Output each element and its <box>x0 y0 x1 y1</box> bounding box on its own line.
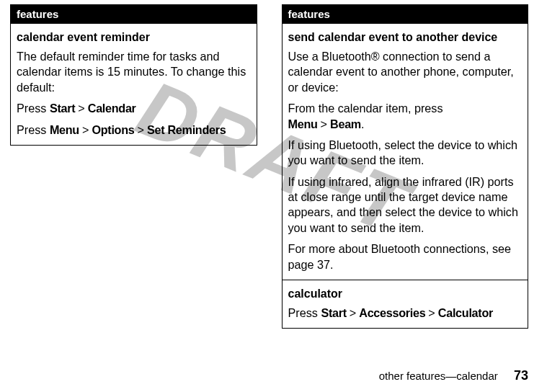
page-footer: other features—calendar 73 <box>379 368 528 383</box>
feature-para: If using infrared, align the infrared (I… <box>288 174 522 236</box>
left-table-header: features <box>11 5 257 24</box>
right-table-header: features <box>282 5 528 24</box>
text-press: Press <box>17 123 50 136</box>
separator-gt: > <box>321 117 327 130</box>
feature-instruction: Press Start>Calendar <box>17 101 251 116</box>
page-number: 73 <box>514 368 528 383</box>
feature-para: If using Bluetooth, select the device to… <box>288 138 522 169</box>
key-start: Start <box>50 102 75 115</box>
right-row-calculator: calculator Press Start>Accessories>Calcu… <box>282 280 528 328</box>
right-row-send-event: send calendar event to another device Us… <box>282 24 528 280</box>
feature-title: send calendar event to another device <box>288 30 522 45</box>
text-prefix: From the calendar item, press <box>288 102 443 115</box>
crumb-accessories: Accessories <box>359 306 425 319</box>
text-press: Press <box>288 306 321 319</box>
crumb-calendar: Calendar <box>88 102 136 115</box>
separator-gt: > <box>428 306 435 319</box>
right-features-table: features send calendar event to another … <box>282 4 529 329</box>
left-row-reminder: calendar event reminder The default remi… <box>11 24 257 146</box>
feature-para: The default reminder time for tasks and … <box>17 49 251 95</box>
text-press: Press <box>17 102 50 115</box>
key-start: Start <box>321 306 346 319</box>
feature-title: calendar event reminder <box>17 30 251 45</box>
feature-para: Use a Bluetooth® connection to send a ca… <box>288 49 522 95</box>
feature-instruction: Press Start>Accessories>Calculator <box>288 306 522 321</box>
separator-gt: > <box>137 123 143 136</box>
footer-section: other features—calendar <box>379 370 498 382</box>
left-features-table: features calendar event reminder The def… <box>10 4 257 146</box>
separator-gt: > <box>350 306 356 319</box>
left-column: features calendar event reminder The def… <box>10 4 257 329</box>
key-menu: Menu <box>50 123 79 136</box>
crumb-set-reminders: Set Reminders <box>147 123 226 136</box>
crumb-beam: Beam <box>330 117 361 130</box>
separator-gt: > <box>78 102 84 115</box>
key-menu: Menu <box>288 117 318 130</box>
feature-title: calculator <box>288 286 522 301</box>
crumb-calculator: Calculator <box>438 306 493 319</box>
feature-instruction: Press Menu>Options>Set Reminders <box>17 122 251 138</box>
right-column: features send calendar event to another … <box>282 4 529 329</box>
feature-instruction: From the calendar item, press Menu>Beam. <box>288 101 522 132</box>
feature-para: For more about Bluetooth connections, se… <box>288 241 522 272</box>
separator-gt: > <box>82 123 89 136</box>
text-suffix: . <box>361 117 365 130</box>
crumb-options: Options <box>92 123 134 136</box>
content-columns: features calendar event reminder The def… <box>0 0 547 329</box>
